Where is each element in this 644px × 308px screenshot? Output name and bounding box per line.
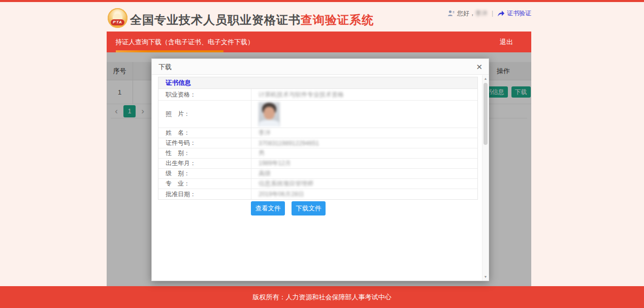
page: PTA 全国专业技术人员职业资格证书查询验证系统 您好，李洋 | 证书验证 持证…: [0, 0, 644, 308]
title-main: 全国专业技术人员职业资格证书: [130, 13, 301, 26]
row-value: 1989年12月: [251, 159, 477, 168]
page-title: 全国专业技术人员职业资格证书查询验证系统: [130, 12, 374, 28]
tab-holder-query-download[interactable]: 持证人查询下载（含电子证书、电子文件下载）: [115, 32, 254, 52]
close-icon[interactable]: ✕: [476, 59, 482, 75]
site-header: PTA 全国专业技术人员职业资格证书查询验证系统 您好，李洋 | 证书验证: [0, 2, 644, 32]
row-major: 专 业： 信息系统项目管理师: [158, 179, 477, 189]
scroll-up-icon[interactable]: ▲: [482, 76, 489, 82]
row-label: 级 别：: [158, 169, 251, 178]
modal-buttons: 查看文件 下载文件: [158, 201, 478, 215]
portrait-photo: [259, 102, 280, 127]
modal-title: 下载: [158, 59, 172, 75]
row-value: 高级: [251, 169, 477, 178]
view-file-button[interactable]: 查看文件: [251, 201, 285, 215]
download-modal: 下载 ✕ 证书信息 职业资格： 计算机技术与软件专业技术资格 照 片：: [151, 58, 489, 281]
greeting-text: 您好，: [457, 9, 475, 18]
download-file-button[interactable]: 下载文件: [292, 201, 326, 215]
user-bar: 您好，李洋 | 证书验证: [447, 9, 531, 18]
row-label: 专 业：: [158, 179, 251, 189]
row-label: 批准日期：: [158, 189, 251, 199]
cert-verify-link[interactable]: 证书验证: [507, 9, 531, 18]
logo-badge: PTA: [111, 19, 124, 25]
logout-button[interactable]: 退出: [500, 32, 513, 52]
row-approval-date: 批准日期： 2019年06月28日: [158, 189, 477, 199]
row-label: 证件号码：: [158, 138, 251, 148]
row-label: 姓 名：: [158, 128, 251, 138]
row-birth-date: 出生年月： 1989年12月: [158, 159, 477, 169]
row-label: 性 别：: [158, 148, 251, 158]
row-label: 职业资格：: [158, 89, 251, 100]
row-label: 照 片：: [158, 101, 251, 128]
photo-face-shape: [264, 107, 275, 119]
copyright-text: 版权所有：人力资源和社会保障部人事考试中心: [0, 286, 644, 308]
row-name: 姓 名： 李洋: [158, 128, 477, 138]
row-value: 李洋: [251, 128, 477, 138]
user-name: 李洋: [475, 9, 488, 18]
title-accent: 查询验证系统: [301, 13, 374, 26]
section-header-cert-info: 证书信息: [158, 77, 477, 89]
row-id-number: 证件号码： 370831198912294651: [158, 138, 477, 148]
row-value: 男: [251, 148, 477, 158]
row-value: 2019年06月28日: [251, 189, 477, 199]
row-level: 级 别： 高级: [158, 169, 477, 179]
pta-logo: PTA: [108, 8, 127, 28]
scrollbar-thumb[interactable]: [484, 83, 488, 145]
row-value: 370831198912294651: [251, 138, 477, 148]
scroll-down-icon[interactable]: ▼: [482, 274, 489, 280]
certificate-info-table: 证书信息 职业资格： 计算机技术与软件专业技术资格 照 片： 姓 名： 李洋: [158, 77, 478, 200]
modal-header: 下载 ✕: [152, 59, 489, 75]
separator: |: [492, 10, 493, 17]
user-icon: [447, 10, 455, 17]
row-photo: 照 片：: [158, 101, 477, 128]
row-value: [251, 101, 477, 128]
row-gender: 性 别： 男: [158, 148, 477, 159]
row-qualification: 职业资格： 计算机技术与软件专业技术资格: [158, 89, 477, 101]
logo-petal-shape: [113, 11, 122, 19]
navbar: 持证人查询下载（含电子证书、电子文件下载） 退出: [107, 32, 531, 52]
photo-shirt-shape: [259, 120, 279, 127]
share-arrow-icon: [497, 10, 505, 17]
footer: 版权所有：人力资源和社会保障部人事考试中心: [0, 286, 644, 308]
row-value: 信息系统项目管理师: [251, 179, 477, 189]
row-value: 计算机技术与软件专业技术资格: [251, 89, 477, 100]
modal-scrollbar[interactable]: ▲ ▼: [482, 75, 488, 281]
row-label: 出生年月：: [158, 159, 251, 168]
